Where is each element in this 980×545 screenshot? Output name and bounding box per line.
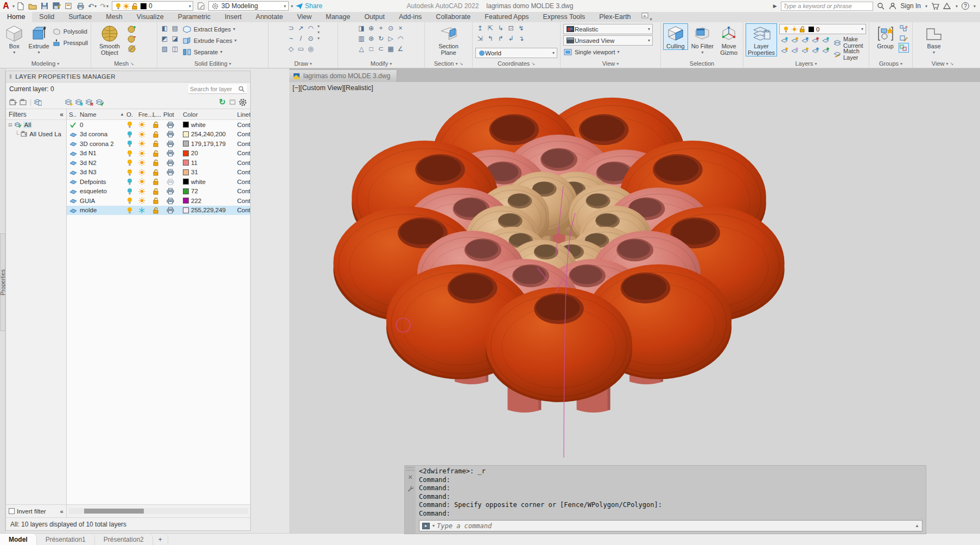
layer-name[interactable]: 3d corona <box>80 131 126 137</box>
freeze-snowflake-icon[interactable] <box>138 207 152 214</box>
new-group-filter-icon[interactable] <box>20 98 28 106</box>
coordinate-tool-icon-0[interactable]: ↥ <box>475 24 485 33</box>
user-icon[interactable] <box>889 2 897 10</box>
draw-tool-icon-2[interactable]: ◠ <box>306 24 315 33</box>
layer-color[interactable]: 179,179,179 <box>183 141 237 147</box>
new-layer-icon[interactable] <box>65 98 73 106</box>
panel-label-view2[interactable]: View▾↘ <box>913 59 972 68</box>
panel-label-section[interactable]: Section▾↘ <box>425 59 472 68</box>
draw-tool-icon-3[interactable]: ~ <box>287 34 296 43</box>
plot-icon[interactable] <box>163 160 183 166</box>
panel-label-solid-editing[interactable]: Solid Editing▾ <box>157 59 268 68</box>
panel-label-layers[interactable]: Layers▾ <box>743 59 869 68</box>
plot-icon[interactable] <box>163 150 183 156</box>
bulb-off-icon[interactable] <box>126 140 138 147</box>
modify-tool-icon-7[interactable]: ↻ <box>377 34 386 43</box>
modify-tool-icon-12[interactable]: ⊂ <box>377 45 386 53</box>
coordinate-tool-icon-8[interactable]: ↲ <box>506 34 516 43</box>
unlock-icon[interactable] <box>152 197 163 204</box>
base-button[interactable]: Base▾ <box>920 24 947 56</box>
layer-linetype[interactable]: Continu... <box>237 122 250 128</box>
ribbon-tab-view[interactable]: View <box>290 12 319 22</box>
filter-tree-item-all-used-la[interactable]: └All Used La <box>6 129 66 138</box>
modify-tool-icon-3[interactable]: ⊙ <box>386 24 396 33</box>
unlock-icon[interactable] <box>152 140 163 147</box>
panel-label-draw[interactable]: Draw▾ <box>269 59 338 68</box>
layer-name[interactable]: 3d N1 <box>80 150 126 156</box>
layer-name[interactable]: esqueleto <box>80 188 126 194</box>
scrollbar-thumb[interactable] <box>84 509 144 514</box>
layer-linetype[interactable]: Continu... <box>237 179 250 185</box>
layer-properties-button[interactable]: LayerProperties <box>746 24 777 56</box>
modify-tool-icon-8[interactable]: ▷ <box>386 34 396 43</box>
layer-linetype[interactable]: Continu... <box>237 150 250 156</box>
layer-row-0[interactable]: 0whiteContinu... <box>67 120 250 130</box>
plot-icon[interactable] <box>163 141 183 147</box>
polysolid-button[interactable]: Polysolid <box>52 26 88 36</box>
sign-in-label[interactable]: Sign In <box>901 2 921 10</box>
layer-tool-icon-4[interactable] <box>820 35 830 44</box>
layer-tool-icon-9[interactable] <box>820 46 830 54</box>
ribbon-tab-annotate[interactable]: Annotate <box>249 12 290 22</box>
plot-icon[interactable] <box>163 188 183 194</box>
panel-label-mesh[interactable]: Mesh↘ <box>91 59 157 68</box>
box-button[interactable]: Box▾ <box>3 24 26 56</box>
help-icon[interactable]: ? <box>962 2 969 10</box>
layer-name[interactable]: 3D corona 2 <box>80 141 126 147</box>
layer-row-3d-n1[interactable]: 3d N120Continu... <box>67 149 250 159</box>
bulb-on-icon[interactable] <box>126 197 138 204</box>
unlock-icon[interactable] <box>152 207 163 214</box>
layer-linetype[interactable]: Continu... <box>237 169 250 175</box>
modify-tool-icon-4[interactable]: × <box>396 24 405 33</box>
refine-mesh-icon[interactable] <box>127 44 136 53</box>
properties-palette-tab[interactable]: Properties <box>0 233 5 331</box>
layer-states-manager-icon[interactable] <box>34 98 42 106</box>
panel-label-view[interactable]: View▾ <box>561 59 660 68</box>
plot-preview-icon[interactable] <box>63 1 74 11</box>
expand-history-icon[interactable]: ▲ <box>915 523 919 528</box>
chevron-down-icon[interactable]: ▾ <box>432 523 435 528</box>
invert-filter-checkbox[interactable]: Invert filter « <box>6 505 67 517</box>
thaw-sun-icon[interactable] <box>138 178 152 185</box>
ribbon-tab-manage[interactable]: Manage <box>319 12 357 22</box>
close-icon[interactable]: ✕ <box>408 474 412 481</box>
ribbon-tab-mesh[interactable]: Mesh <box>99 12 130 22</box>
solid-edit-icon-3[interactable]: ◪ <box>170 34 180 43</box>
make-current-button[interactable]: Make Current <box>833 37 866 47</box>
unlock-icon[interactable] <box>152 121 163 128</box>
modify-tool-icon-1[interactable]: ⊕ <box>367 24 376 33</box>
bulb-off-icon[interactable] <box>126 188 138 195</box>
ribbon-tab-plex-earth[interactable]: Plex-Earth <box>592 12 638 22</box>
share-icon[interactable] <box>294 1 304 11</box>
filter-tree-item-all[interactable]: ⊟All <box>6 120 66 129</box>
solid-edit-icon-5[interactable]: ◫ <box>170 45 180 53</box>
app-store-icon[interactable] <box>943 2 951 10</box>
solid-edit-icon-1[interactable]: ▤ <box>170 24 180 33</box>
viewport-controls[interactable]: [−][Custom View][Realistic] <box>292 84 373 92</box>
layer-linetype[interactable]: Continu... <box>237 160 250 166</box>
thaw-sun-icon[interactable] <box>138 121 152 128</box>
group-button[interactable]: Group <box>874 24 898 49</box>
new-layer-vp-frozen-icon[interactable] <box>75 98 83 106</box>
layer-search-input[interactable]: Search for layer <box>188 84 247 94</box>
plot-icon[interactable] <box>163 169 183 175</box>
bulb-on-icon[interactable] <box>126 207 138 214</box>
panel-label-modify[interactable]: Modify▾ <box>338 59 424 68</box>
draw-tool-icon-1[interactable]: ↗ <box>296 24 306 33</box>
layer-color[interactable]: 255,229,249 <box>183 207 237 213</box>
layout-tab-présentation2[interactable]: Présentation2 <box>95 534 153 545</box>
tab-display-options-icon[interactable]: ▾ <box>638 12 652 22</box>
extrude-faces-button[interactable]: Extrude Faces▾ <box>182 35 237 46</box>
ribbon-tab-visualize[interactable]: Visualize <box>130 12 171 22</box>
collapse-tree-icon[interactable]: « <box>60 508 63 515</box>
layer-linetype[interactable]: Continu... <box>237 141 250 147</box>
layer-name[interactable]: 0 <box>80 122 126 128</box>
layer-linetype[interactable]: Continu... <box>237 207 250 213</box>
draw-tool-icon-8[interactable]: ◎ <box>306 45 315 53</box>
layer-tool-icon-2[interactable] <box>800 35 809 44</box>
coordinate-tool-icon-4[interactable]: ↯ <box>517 24 526 33</box>
bulb-off-icon[interactable] <box>126 178 138 185</box>
plot-icon[interactable] <box>163 122 183 128</box>
unlock-icon[interactable] <box>152 188 163 195</box>
new-property-filter-icon[interactable] <box>9 98 17 106</box>
